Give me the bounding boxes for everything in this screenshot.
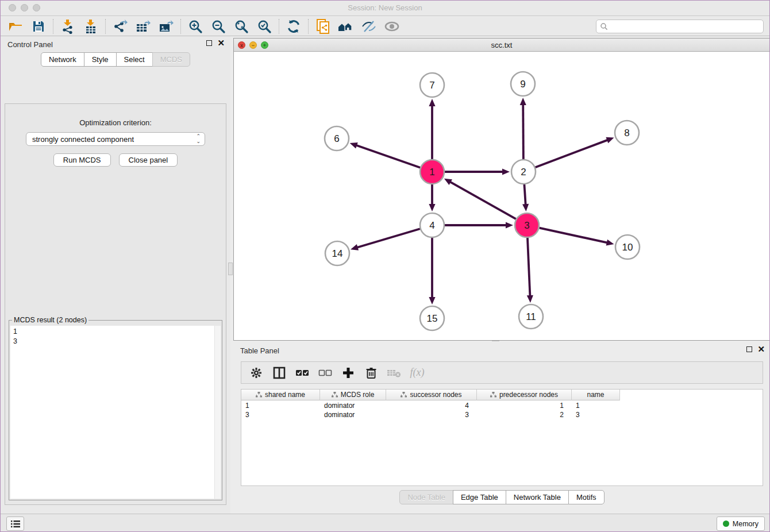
graph-node-label-10: 10 xyxy=(622,242,633,253)
tab-node-table[interactable]: Node Table xyxy=(399,490,453,504)
vertical-splitter-handle[interactable] xyxy=(228,263,233,275)
graph-node-label-14: 14 xyxy=(332,248,343,259)
graph-node-label-2: 2 xyxy=(521,167,526,178)
graph-edge-3-1[interactable] xyxy=(449,182,515,219)
add-row-icon[interactable] xyxy=(338,363,359,383)
delete-row-icon[interactable] xyxy=(361,363,382,383)
network-graph: 7968124314101511 xyxy=(234,52,769,341)
table-cell: 3 xyxy=(572,410,620,419)
table-cell: 1 xyxy=(477,401,572,410)
export-network-icon[interactable] xyxy=(109,17,132,36)
table-panel-title: Table Panel xyxy=(240,346,279,355)
control-panel-title: Control Panel xyxy=(7,40,53,49)
graph-node-label-6: 6 xyxy=(334,133,339,144)
save-session-icon[interactable] xyxy=(27,17,50,36)
zoom-out-icon[interactable] xyxy=(207,17,230,36)
close-table-panel-icon[interactable]: ✕ xyxy=(757,346,765,352)
optimization-criterion-label: Optimization criterion: xyxy=(5,118,226,127)
run-mcds-button[interactable]: Run MCDS xyxy=(53,153,111,167)
graph-edge-arrowhead xyxy=(506,222,513,228)
zoom-in-icon[interactable] xyxy=(184,17,207,36)
delete-column-icon[interactable] xyxy=(384,363,405,383)
network-canvas[interactable]: 7968124314101511 xyxy=(234,52,769,340)
column-type-icon xyxy=(401,392,407,398)
graph-node-label-7: 7 xyxy=(429,80,434,91)
criterion-select[interactable]: strongly connected component ⌃⌄ xyxy=(26,132,205,146)
open-session-icon[interactable] xyxy=(4,17,27,36)
tab-network-table[interactable]: Network Table xyxy=(506,490,569,504)
graph-edge-arrowhead xyxy=(502,168,510,175)
table-row[interactable]: 1dominator411 xyxy=(241,401,763,410)
graph-node-label-15: 15 xyxy=(427,313,438,324)
unselect-all-icon[interactable] xyxy=(315,363,336,383)
column-header-label: name xyxy=(587,391,604,399)
task-history-button[interactable] xyxy=(6,516,24,531)
import-network-icon[interactable] xyxy=(56,17,79,36)
zoom-selected-icon[interactable] xyxy=(253,17,276,36)
tab-edge-table[interactable]: Edge Table xyxy=(453,490,506,504)
export-table-icon[interactable] xyxy=(132,17,155,36)
column-header-MCDS-role[interactable]: MCDS role xyxy=(320,390,386,400)
tab-network[interactable]: Network xyxy=(41,52,84,67)
clone-network-icon[interactable] xyxy=(311,17,334,36)
zoom-fit-icon[interactable] xyxy=(230,17,253,36)
graph-edge-4-14[interactable] xyxy=(357,229,420,248)
table-cell: dominator xyxy=(320,401,386,410)
graph-edge-2-8[interactable] xyxy=(536,140,609,167)
float-panel-icon[interactable] xyxy=(206,40,212,46)
column-header-name[interactable]: name xyxy=(572,390,620,400)
table-panel: Table Panel ✕ xyxy=(233,342,770,510)
export-image-icon[interactable] xyxy=(155,17,178,36)
table-cell: 2 xyxy=(477,410,572,419)
graph-edge-arrowhead xyxy=(429,99,435,106)
table-cell: 3 xyxy=(386,410,477,419)
main-toolbar xyxy=(1,17,769,36)
hide-selected-icon[interactable] xyxy=(357,17,380,36)
table-cell: 1 xyxy=(572,401,620,410)
search-input[interactable] xyxy=(608,22,760,31)
graph-edge-3-10[interactable] xyxy=(539,228,607,243)
graph-edge-arrowhead xyxy=(520,98,526,105)
table-settings-icon[interactable] xyxy=(246,363,267,383)
tab-select[interactable]: Select xyxy=(116,52,153,67)
column-header-label: shared name xyxy=(265,391,305,399)
close-panel-icon[interactable]: ✕ xyxy=(217,40,225,46)
graph-edge-2-3[interactable] xyxy=(524,184,525,205)
apply-layout-icon[interactable] xyxy=(282,17,305,36)
close-panel-button[interactable]: Close panel xyxy=(119,153,178,167)
tab-style[interactable]: Style xyxy=(84,52,117,67)
graph-edge-arrowhead xyxy=(606,137,614,143)
table-body: 1dominator4113dominator323 xyxy=(241,401,763,419)
column-header-label: successor nodes xyxy=(410,391,461,399)
graph-edge-1-6[interactable] xyxy=(356,145,420,168)
column-header-shared-name[interactable]: shared name xyxy=(241,390,320,400)
table-cell: 3 xyxy=(241,410,320,419)
status-bar: Memory xyxy=(1,514,769,532)
result-scrollbar[interactable] xyxy=(214,326,221,499)
tab-motifs[interactable]: Motifs xyxy=(568,490,605,504)
graph-edge-3-11[interactable] xyxy=(528,238,530,296)
table-row[interactable]: 3dominator323 xyxy=(241,410,763,419)
float-table-panel-icon[interactable] xyxy=(746,346,752,352)
function-builder-icon[interactable]: f(x) xyxy=(407,363,428,383)
select-all-icon[interactable] xyxy=(292,363,313,383)
column-header-successor-nodes[interactable]: successor nodes xyxy=(386,390,477,400)
column-header-label: predecessor nodes xyxy=(499,391,558,399)
column-header-predecessor-nodes[interactable]: predecessor nodes xyxy=(477,390,572,400)
import-table-icon[interactable] xyxy=(79,17,102,36)
graph-edge-arrowhead xyxy=(429,297,435,304)
column-view-icon[interactable] xyxy=(269,363,290,383)
graph-node-label-8: 8 xyxy=(624,128,629,138)
control-panel-tabs: NetworkStyleSelectMCDS xyxy=(1,52,230,67)
show-all-networks-icon[interactable] xyxy=(334,17,357,36)
mcds-panel: Optimization criterion: strongly connect… xyxy=(5,103,226,505)
graph-edge-2-9[interactable] xyxy=(523,104,523,159)
memory-status-icon xyxy=(723,521,729,527)
tab-mcds[interactable]: MCDS xyxy=(152,52,190,67)
graph-edge-arrowhead xyxy=(522,204,529,211)
mcds-result-text: 1 3 xyxy=(10,326,221,499)
memory-button[interactable]: Memory xyxy=(717,516,765,531)
memory-label: Memory xyxy=(733,520,759,528)
search-field[interactable] xyxy=(596,20,764,33)
show-selected-icon[interactable] xyxy=(380,17,403,36)
